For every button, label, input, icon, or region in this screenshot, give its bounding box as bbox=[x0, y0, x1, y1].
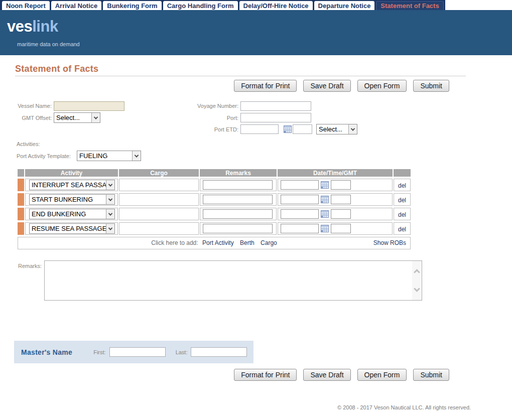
cargo-cell bbox=[119, 193, 199, 206]
page-title: Statement of Facts bbox=[15, 64, 98, 74]
activity-value: START BUNKERING bbox=[30, 195, 106, 204]
port-etd-label: Port ETD: bbox=[0, 126, 238, 132]
delete-row-link[interactable]: del bbox=[398, 211, 406, 218]
masters-name-title: Master's Name bbox=[21, 348, 72, 356]
calendar-icon[interactable] bbox=[321, 210, 329, 218]
port-activity-template-select[interactable]: FUELING bbox=[77, 151, 141, 161]
logo-text-secondary: link bbox=[32, 18, 58, 35]
calendar-icon[interactable] bbox=[321, 196, 329, 203]
last-name-input[interactable] bbox=[191, 347, 247, 357]
format-for-print-button[interactable]: Format for Print bbox=[234, 80, 297, 92]
port-etd-date-input[interactable] bbox=[240, 124, 279, 134]
marker-column-header bbox=[18, 169, 24, 177]
delete-row-link[interactable]: del bbox=[398, 197, 406, 204]
scrollbar[interactable] bbox=[412, 261, 422, 300]
row-time-input[interactable] bbox=[331, 209, 351, 219]
masters-name-section: Master's Name First: Last: bbox=[14, 341, 253, 363]
cargo-cell bbox=[119, 208, 199, 220]
submit-button[interactable]: Submit bbox=[413, 369, 449, 381]
row-date-input[interactable] bbox=[281, 180, 319, 190]
cargo-cell bbox=[119, 222, 199, 235]
delete-row-link[interactable]: del bbox=[398, 182, 406, 189]
title-divider bbox=[15, 76, 466, 76]
veslink-logo: veslink bbox=[7, 18, 58, 36]
table-footer-row: Click here to add: Port Activity Berth C… bbox=[18, 237, 411, 249]
activity-row: RESUME SEA PASSAGE del bbox=[18, 222, 411, 235]
calendar-icon[interactable] bbox=[284, 125, 292, 133]
remarks-text[interactable] bbox=[45, 261, 412, 300]
row-time-input[interactable] bbox=[331, 180, 351, 190]
port-etd-time-input[interactable] bbox=[293, 124, 312, 134]
calendar-icon[interactable] bbox=[321, 225, 329, 232]
row-time-input[interactable] bbox=[331, 224, 351, 233]
activity-select[interactable]: END BUNKERING bbox=[29, 209, 115, 219]
port-activity-template-label: Port Activity Template: bbox=[17, 153, 71, 159]
voyage-number-input[interactable] bbox=[240, 101, 311, 111]
activity-row: END BUNKERING del bbox=[18, 208, 411, 220]
row-marker bbox=[18, 208, 24, 220]
open-form-button[interactable]: Open Form bbox=[357, 369, 407, 381]
cargo-cell bbox=[119, 179, 199, 191]
row-remarks-input[interactable] bbox=[203, 209, 273, 219]
statement-of-facts-page: Noon Report Arrival Notice Bunkering For… bbox=[0, 0, 512, 420]
row-date-input[interactable] bbox=[281, 209, 319, 219]
remarks-textarea[interactable] bbox=[44, 260, 422, 301]
scroll-down-icon[interactable] bbox=[414, 286, 420, 292]
row-date-input[interactable] bbox=[281, 224, 319, 233]
row-date-input[interactable] bbox=[281, 195, 319, 204]
tab-noon-report[interactable]: Noon Report bbox=[2, 1, 50, 10]
form-tabs: Noon Report Arrival Notice Bunkering For… bbox=[0, 0, 445, 10]
brand-tagline: maritime data on demand bbox=[17, 41, 80, 47]
activity-value: RESUME SEA PASSAGE bbox=[30, 224, 106, 233]
row-remarks-input[interactable] bbox=[203, 195, 273, 204]
row-time-input[interactable] bbox=[331, 195, 351, 204]
save-draft-button[interactable]: Save Draft bbox=[303, 369, 350, 381]
tab-cargo-handling-form[interactable]: Cargo Handling Form bbox=[163, 1, 238, 10]
activities-table: Activity Cargo Remarks Date/Time/GMT INT… bbox=[17, 167, 412, 251]
submit-button[interactable]: Submit bbox=[413, 80, 449, 92]
activities-header-row: Activity Cargo Remarks Date/Time/GMT bbox=[18, 169, 411, 177]
remarks-column-header: Remarks bbox=[200, 169, 277, 177]
save-draft-button[interactable]: Save Draft bbox=[303, 80, 350, 92]
voyage-number-label: Voyage Number: bbox=[0, 103, 238, 109]
calendar-icon[interactable] bbox=[321, 181, 329, 189]
tab-statement-of-facts[interactable]: Statement of Facts bbox=[376, 1, 443, 10]
activity-select[interactable]: START BUNKERING bbox=[29, 194, 115, 205]
activity-select[interactable]: RESUME SEA PASSAGE bbox=[29, 223, 115, 234]
port-etd-zone-select[interactable]: Select... bbox=[316, 124, 357, 134]
show-robs-link[interactable]: Show ROBs bbox=[373, 237, 406, 249]
chevron-down-icon bbox=[106, 209, 114, 219]
activity-column-header: Activity bbox=[25, 169, 118, 177]
row-marker bbox=[18, 222, 24, 235]
activity-select[interactable]: INTERRUPT SEA PASSAGE bbox=[29, 180, 115, 190]
header-band: veslink maritime data on demand bbox=[0, 10, 512, 55]
tab-departure-notice[interactable]: Departure Notice bbox=[314, 1, 375, 10]
datetime-column-header: Date/Time/GMT bbox=[278, 169, 393, 177]
row-remarks-input[interactable] bbox=[203, 180, 273, 190]
chevron-down-icon bbox=[106, 195, 114, 204]
tab-delay-off-hire-notice[interactable]: Delay/Off-Hire Notice bbox=[239, 1, 313, 10]
port-input[interactable] bbox=[240, 113, 311, 122]
open-form-button[interactable]: Open Form bbox=[357, 80, 407, 92]
activity-row: INTERRUPT SEA PASSAGE del bbox=[18, 179, 411, 191]
tab-bunkering-form[interactable]: Bunkering Form bbox=[103, 1, 161, 10]
remarks-label: Remarks: bbox=[0, 263, 42, 269]
row-remarks-input[interactable] bbox=[203, 224, 273, 233]
activity-row: START BUNKERING del bbox=[18, 193, 411, 206]
toolbar-top: Format for Print Save Draft Open Form Su… bbox=[234, 80, 449, 92]
add-port-activity-link[interactable]: Port Activity bbox=[202, 239, 234, 246]
chevron-down-icon bbox=[348, 124, 357, 134]
add-berth-link[interactable]: Berth bbox=[240, 239, 254, 246]
format-for-print-button[interactable]: Format for Print bbox=[234, 369, 297, 381]
tab-arrival-notice[interactable]: Arrival Notice bbox=[51, 1, 102, 10]
toolbar-bottom: Format for Print Save Draft Open Form Su… bbox=[234, 369, 449, 381]
delete-row-link[interactable]: del bbox=[398, 226, 406, 233]
chevron-down-icon bbox=[106, 180, 114, 190]
chevron-down-icon bbox=[132, 151, 141, 161]
add-cargo-link[interactable]: Cargo bbox=[261, 239, 277, 246]
delete-column-header bbox=[394, 169, 411, 177]
row-marker bbox=[18, 179, 24, 191]
scroll-up-icon[interactable] bbox=[414, 269, 420, 275]
first-name-input[interactable] bbox=[109, 347, 166, 357]
activity-value: INTERRUPT SEA PASSAGE bbox=[30, 180, 106, 190]
